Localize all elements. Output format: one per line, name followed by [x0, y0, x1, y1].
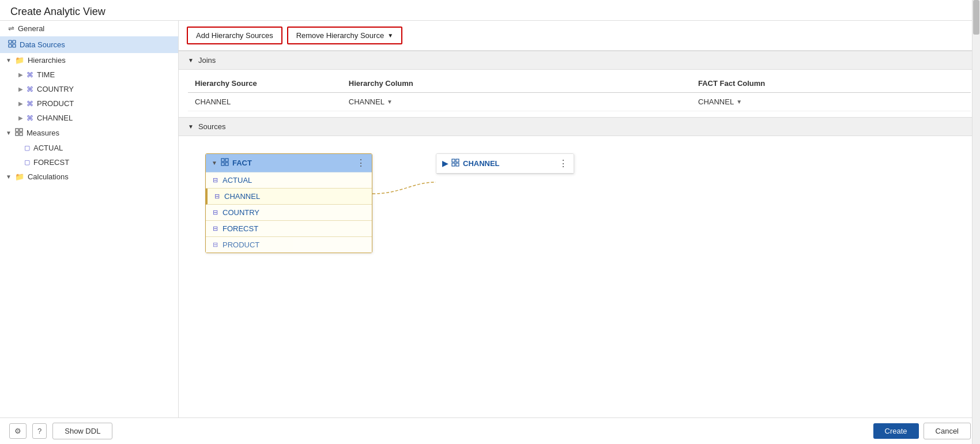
svg-rect-2 — [9, 44, 12, 47]
channel-source-label: CHANNEL — [463, 159, 500, 168]
calculations-icon: 📁 — [15, 172, 24, 181]
create-button[interactable]: Create — [873, 423, 919, 439]
joins-section-label: Joins — [198, 56, 216, 65]
data-sources-icon — [8, 40, 16, 50]
svg-rect-13 — [456, 159, 459, 162]
sidebar-item-forecst[interactable]: ▢ FORECST — [0, 155, 178, 170]
country-row-label: COUNTRY — [223, 208, 259, 217]
svg-rect-1 — [13, 40, 16, 43]
hierarchy-col-dropdown-arrow[interactable]: ▼ — [387, 99, 393, 105]
join-hierarchy-col-cell[interactable]: CHANNEL ▼ — [342, 93, 691, 111]
sidebar-item-time[interactable]: ▶ ⌘ TIME — [0, 67, 178, 82]
forecst-icon: ▢ — [24, 159, 30, 166]
fact-expand-arrow[interactable]: ▼ — [212, 160, 217, 166]
connection-icon-button[interactable]: ⚙ — [9, 423, 27, 439]
channel-icon: ⌘ — [27, 114, 33, 122]
join-source-cell: CHANNEL — [188, 93, 342, 111]
fact-table-icon — [221, 158, 229, 168]
fact-col-value: CHANNEL ▼ — [698, 97, 964, 106]
sidebar-label-calculations: Calculations — [28, 172, 69, 181]
sources-arrow: ▼ — [188, 123, 194, 130]
svg-rect-12 — [452, 159, 455, 162]
sidebar-label-country: COUNTRY — [37, 85, 74, 93]
channel-source-menu-dots[interactable]: ⋮ — [559, 158, 568, 169]
measures-icon — [15, 128, 23, 138]
joins-section-header[interactable]: ▼ Joins — [179, 51, 980, 70]
fact-table-card: ▼ FACT — [205, 153, 372, 253]
col-fact-column: FACT Fact Column — [691, 74, 971, 93]
sidebar-item-product[interactable]: ▶ ⌘ PRODUCT — [0, 96, 178, 111]
fact-row-product[interactable]: ⊟ PRODUCT — [206, 237, 372, 253]
sources-area: ▼ FACT — [179, 136, 980, 315]
country-arrow: ▶ — [18, 86, 23, 92]
footer-left: ⚙ ? Show DDL — [9, 423, 112, 439]
forecst-col-icon: ⊟ — [213, 225, 218, 232]
fact-header: ▼ FACT — [206, 154, 372, 172]
product-row-label: PRODUCT — [223, 240, 259, 249]
channel-source-header: ▶ CHANNEL — [436, 154, 574, 174]
help-button[interactable]: ? — [32, 423, 47, 439]
remove-hierarchy-dropdown-arrow: ▼ — [387, 32, 393, 39]
section-area: ▼ Joins Hierarchy Source Hierarchy Colum… — [179, 51, 980, 417]
sidebar-label-data-sources: Data Sources — [20, 40, 172, 49]
joins-area: Hierarchy Source Hierarchy Column FACT F… — [179, 74, 980, 117]
diagram-area: ▼ FACT — [188, 148, 971, 309]
channel-source-arrow[interactable]: ▶ — [442, 159, 448, 168]
col-hierarchy-column: Hierarchy Column — [342, 74, 691, 93]
fact-row-forecst[interactable]: ⊟ FORECST — [206, 221, 372, 237]
svg-rect-4 — [16, 129, 18, 131]
svg-rect-3 — [13, 44, 16, 47]
joins-table: Hierarchy Source Hierarchy Column FACT F… — [188, 74, 971, 111]
show-ddl-button[interactable]: Show DDL — [52, 423, 112, 439]
fact-menu-dots[interactable]: ⋮ — [356, 157, 366, 168]
sidebar-label-measures: Measures — [27, 129, 59, 137]
footer: ⚙ ? Show DDL Create Cancel — [0, 417, 980, 444]
actual-row-label: ACTUAL — [223, 176, 252, 185]
col-hierarchy-source: Hierarchy Source — [188, 74, 342, 93]
sidebar-label-hierarchies: Hierarchies — [28, 56, 66, 65]
product-arrow: ▶ — [18, 100, 23, 107]
fact-row-actual[interactable]: ⊟ ACTUAL — [206, 172, 372, 189]
content-area: Add Hierarchy Sources Remove Hierarchy S… — [179, 21, 980, 417]
sidebar-label-time: TIME — [37, 70, 55, 79]
channel-col-icon: ⊟ — [214, 193, 220, 200]
footer-right: Create Cancel — [873, 423, 971, 439]
time-arrow: ▶ — [18, 72, 23, 78]
fact-row-channel[interactable]: ⊟ CHANNEL — [206, 189, 372, 205]
sources-section-header[interactable]: ▼ Sources — [179, 117, 980, 136]
sidebar-item-country[interactable]: ▶ ⌘ COUNTRY — [0, 82, 178, 96]
svg-rect-15 — [456, 163, 459, 166]
product-icon: ⌘ — [27, 100, 33, 108]
remove-hierarchy-button[interactable]: Remove Hierarchy Source ▼ — [287, 27, 402, 44]
calculations-arrow: ▼ — [6, 174, 12, 180]
cancel-button[interactable]: Cancel — [924, 423, 971, 439]
sidebar-item-general[interactable]: ⇌ General — [0, 21, 178, 36]
sidebar-item-data-sources[interactable]: Data Sources — [0, 36, 178, 53]
time-icon: ⌘ — [27, 71, 33, 79]
channel-row-label: CHANNEL — [224, 192, 260, 201]
scrollbar[interactable] — [972, 21, 980, 417]
sidebar-label-product: PRODUCT — [37, 99, 74, 108]
svg-rect-0 — [9, 40, 12, 43]
svg-rect-5 — [20, 129, 22, 131]
fact-row-country[interactable]: ⊟ COUNTRY — [206, 205, 372, 221]
sidebar-group-hierarchies[interactable]: ▼ 📁 Hierarchies — [0, 53, 178, 67]
svg-rect-7 — [20, 133, 22, 136]
product-col-icon: ⊟ — [213, 241, 218, 249]
add-hierarchy-button[interactable]: Add Hierarchy Sources — [187, 27, 282, 44]
fact-col-dropdown-arrow[interactable]: ▼ — [736, 99, 742, 105]
sidebar-group-calculations[interactable]: ▼ 📁 Calculations — [0, 170, 178, 184]
country-col-icon: ⊟ — [213, 209, 218, 216]
sidebar-label-forecst: FORECST — [33, 158, 69, 167]
hierarchy-col-value: CHANNEL ▼ — [349, 97, 684, 106]
sidebar-group-measures[interactable]: ▼ Measures — [0, 125, 178, 141]
sidebar-item-channel[interactable]: ▶ ⌘ CHANNEL — [0, 111, 178, 125]
sources-section-label: Sources — [198, 122, 226, 131]
channel-arrow: ▶ — [18, 115, 23, 121]
channel-source-card: ▶ CHANNEL — [436, 153, 574, 174]
join-fact-col-cell[interactable]: CHANNEL ▼ — [691, 93, 971, 111]
sidebar-label-actual: ACTUAL — [33, 144, 63, 152]
joins-arrow: ▼ — [188, 57, 194, 63]
sidebar-item-actual[interactable]: ▢ ACTUAL — [0, 141, 178, 155]
actual-icon: ▢ — [24, 144, 30, 152]
